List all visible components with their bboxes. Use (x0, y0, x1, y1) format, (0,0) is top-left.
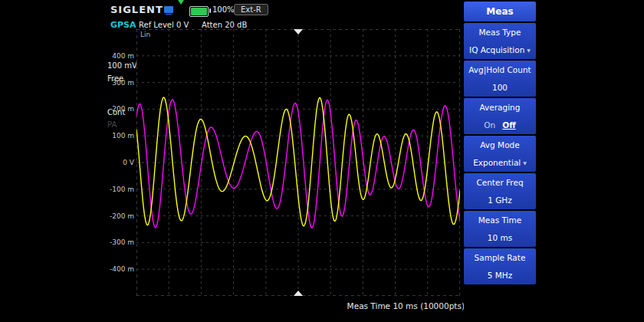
menu-label: Meas Type (464, 23, 536, 37)
sidebar-title: Meas (464, 2, 536, 21)
menu-button-meas-type[interactable]: Meas Type IQ Acquisition▼ (464, 23, 536, 59)
ref-level-label[interactable]: Ref Level 0 V (139, 21, 189, 29)
menu-value: Exponential▼ (464, 158, 536, 167)
y-axis-label: -100 m (106, 186, 134, 193)
dropdown-caret: ▼ (527, 48, 531, 53)
y-axis-label: 400 m (106, 52, 134, 60)
menu-label: Center Freq (464, 173, 536, 187)
meas-time-footer: Meas Time 10 ms (10000pts) (330, 301, 465, 310)
menu-label: Meas Time (464, 211, 536, 225)
menu-value: 10 ms (464, 233, 536, 242)
menu-label: Avg Mode (464, 136, 536, 150)
waveform-plot (136, 29, 460, 296)
menu-button-sample-rate[interactable]: Sample Rate 5 MHz (464, 248, 536, 284)
mode-label: GPSA (110, 20, 136, 30)
menu-value: 1 GHz (464, 196, 536, 205)
battery-label: 100% (212, 5, 235, 14)
menu-value: 5 MHz (464, 271, 536, 280)
scale-per-div-label[interactable]: 100 mV/ (107, 61, 140, 70)
menu-label: Averaging (464, 98, 536, 112)
dropdown-caret: ▼ (523, 160, 527, 166)
menu-label: Avg|Hold Count (464, 61, 536, 74)
menu-button-averaging[interactable]: Averaging OnOff (464, 98, 536, 134)
atten-label[interactable]: Atten 20 dB (202, 21, 247, 29)
graph-area (136, 29, 460, 296)
averaging-off-option: Off (502, 120, 515, 130)
lan-icon (164, 6, 173, 13)
menu-label: Sample Rate (464, 248, 536, 262)
menu-value: IQ Acquisition▼ (464, 45, 536, 54)
y-axis-label: 100 m (106, 132, 134, 140)
y-axis-label: 300 m (106, 79, 134, 87)
y-axis-label: 0 V (106, 159, 134, 166)
battery-fill (191, 8, 207, 15)
sidebar-menu: Meas Meas Type IQ Acquisition▼ Avg|Hold … (464, 0, 536, 322)
menu-button-avg-hold-count[interactable]: Avg|Hold Count 100 (464, 61, 536, 97)
battery-icon (189, 6, 209, 17)
y-axis-label: -400 m (106, 265, 134, 273)
y-axis-label: 200 m (106, 105, 134, 113)
menu-button-center-freq[interactable]: Center Freq 1 GHz (464, 173, 536, 209)
y-axis-label: -200 m (106, 212, 134, 220)
y-axis-label: -300 m (106, 238, 134, 246)
preamp-label: PA (107, 120, 117, 129)
menu-value: OnOff (464, 120, 536, 130)
usb-device-icon (178, 5, 186, 15)
scale-type-label: Lin (140, 31, 150, 38)
menu-button-avg-mode[interactable]: Avg Mode Exponential▼ (464, 136, 536, 172)
averaging-on-option: On (484, 120, 495, 130)
menu-button-meas-time[interactable]: Meas Time 10 ms (464, 211, 536, 247)
brand-logo: SIGLENT (110, 4, 163, 15)
menu-value: 100 (464, 83, 536, 92)
analyzer-screen: SIGLENT 100% Ext-R GPSA Ref Level 0 V At… (0, 0, 644, 322)
ext-ref-badge: Ext-R (234, 4, 268, 15)
lan-icon-base (166, 14, 172, 15)
